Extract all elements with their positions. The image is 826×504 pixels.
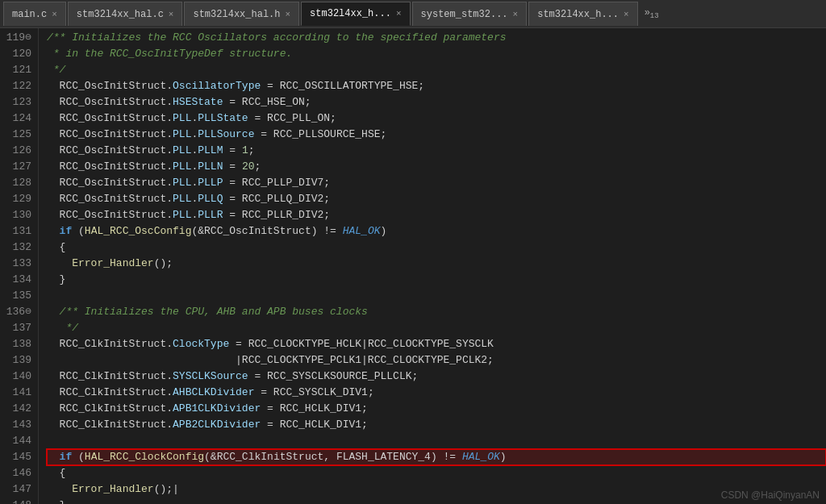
code-line-131: if (HAL_RCC_OscConfig(&RCC_OscInitStruct… [47, 223, 826, 240]
tab-overflow[interactable]: »13 [640, 7, 664, 20]
code-line-132: { [47, 240, 826, 256]
code-line-136: /** Initializes the CPU, AHB and APB bus… [47, 304, 826, 320]
code-line-144 [47, 433, 826, 449]
ln-141: 141 [3, 385, 31, 401]
code-line-123: RCC_OscInitStruct.HSEState = RCC_HSE_ON; [47, 94, 826, 110]
tab-close-system[interactable]: × [513, 10, 519, 19]
ln-124: 124 [3, 110, 31, 127]
code-line-129: RCC_OscInitStruct.PLL.PLLQ = RCC_PLLQ_DI… [47, 191, 826, 207]
code-line-137: */ [47, 320, 826, 336]
code-line-142: RCC_ClkInitStruct.APB1CLKDivider = RCC_H… [47, 401, 826, 417]
ln-130: 130 [3, 207, 31, 223]
ln-133: 133 [3, 256, 31, 272]
tab-label: stm32l4xx_h... [310, 8, 391, 19]
code-line-133: Error_Handler(); [47, 256, 826, 272]
code-line-138: RCC_ClkInitStruct.ClockType = RCC_CLOCKT… [47, 336, 826, 352]
code-line-134: } [47, 272, 826, 288]
code-line-147: Error_Handler();| [47, 481, 826, 498]
tab-hal-h[interactable]: stm32l4xx_hal.h × [184, 2, 299, 26]
tab-main-c[interactable]: main.c × [3, 2, 66, 26]
ln-136: 136⊖ [3, 304, 31, 320]
ln-131: 131 [3, 223, 31, 240]
ln-143: 143 [3, 417, 31, 433]
ln-119: 119⊖ [3, 30, 31, 46]
code-line-124: RCC_OscInitStruct.PLL.PLLState = RCC_PLL… [47, 110, 826, 127]
tab-label: stm32l4xx_hal.h [193, 9, 280, 20]
ln-121: 121 [3, 62, 31, 78]
ln-122: 122 [3, 78, 31, 94]
code-line-126: RCC_OscInitStruct.PLL.PLLM = 1; [47, 143, 826, 159]
ln-135: 135 [3, 288, 31, 304]
code-line-140: RCC_ClkInitStruct.SYSCLKSource = RCC_SYS… [47, 369, 826, 385]
ln-127: 127 [3, 159, 31, 175]
code-content[interactable]: /** Initializes the RCC Oscillators acco… [39, 28, 826, 504]
tab-close-hal-c[interactable]: × [169, 10, 174, 19]
tab-label: system_stm32... [421, 9, 508, 20]
ln-129: 129 [3, 191, 31, 207]
ln-126: 126 [3, 143, 31, 159]
code-line-130: RCC_OscInitStruct.PLL.PLLR = RCC_PLLR_DI… [47, 207, 826, 223]
code-line-125: RCC_OscInitStruct.PLL.PLLSource = RCC_PL… [47, 127, 826, 143]
ln-144: 144 [3, 433, 31, 449]
ln-125: 125 [3, 127, 31, 143]
ln-137: 137 [3, 320, 31, 336]
code-line-121: */ [47, 62, 826, 78]
tab-hal-h2[interactable]: stm32l4xx_h... × [301, 2, 410, 26]
code-line-148: } [47, 498, 826, 504]
ln-142: 142 [3, 401, 31, 417]
ln-147: 147 [3, 481, 31, 498]
code-line-122: RCC_OscInitStruct.OscillatorType = RCC_O… [47, 78, 826, 94]
ln-134: 134 [3, 272, 31, 288]
tab-close-hal-h3[interactable]: × [624, 10, 629, 19]
tab-system[interactable]: system_stm32... × [412, 2, 528, 26]
code-line-146: { [47, 465, 826, 481]
ln-145: 145 [3, 449, 31, 465]
tab-hal-h3[interactable]: stm32l4xx_h... × [528, 2, 637, 26]
code-line-127: RCC_OscInitStruct.PLL.PLLN = 20; [47, 159, 826, 175]
tab-close-hal-h[interactable]: × [286, 10, 291, 19]
ln-120: 120 [3, 46, 31, 62]
code-line-135 [47, 288, 826, 304]
code-line-120: * in the RCC_OscInitTypeDef structure. [47, 46, 826, 62]
ln-148: 148 [3, 498, 31, 504]
tab-label: main.c [12, 9, 47, 20]
tab-bar: main.c × stm32l4xx_hal.c × stm32l4xx_hal… [0, 0, 826, 28]
ln-139: 139 [3, 352, 31, 369]
ln-140: 140 [3, 369, 31, 385]
tab-label: stm32l4xx_hal.c [77, 9, 164, 20]
watermark: CSDN @HaiQinyanAN [721, 489, 820, 501]
code-line-145: if (HAL_RCC_ClockConfig(&RCC_ClkInitStru… [47, 449, 826, 465]
ln-138: 138 [3, 336, 31, 352]
code-line-119: /** Initializes the RCC Oscillators acco… [47, 30, 826, 46]
tab-close-main-c[interactable]: × [52, 10, 57, 19]
editor-area: 119⊖ 120 121 122 123 124 125 126 127 128… [0, 28, 826, 504]
code-line-141: RCC_ClkInitStruct.AHBCLKDivider = RCC_SY… [47, 385, 826, 401]
code-line-128: RCC_OscInitStruct.PLL.PLLP = RCC_PLLP_DI… [47, 175, 826, 191]
code-line-143: RCC_ClkInitStruct.APB2CLKDivider = RCC_H… [47, 417, 826, 433]
code-line-139: |RCC_CLOCKTYPE_PCLK1|RCC_CLOCKTYPE_PCLK2… [47, 352, 826, 369]
tab-hal-c[interactable]: stm32l4xx_hal.c × [68, 2, 183, 26]
ln-128: 128 [3, 175, 31, 191]
ln-123: 123 [3, 94, 31, 110]
ln-146: 146 [3, 465, 31, 481]
tab-close-hal-h2[interactable]: × [396, 9, 402, 19]
line-numbers: 119⊖ 120 121 122 123 124 125 126 127 128… [0, 28, 39, 504]
tab-label: stm32l4xx_h... [537, 9, 619, 20]
ln-132: 132 [3, 240, 31, 256]
